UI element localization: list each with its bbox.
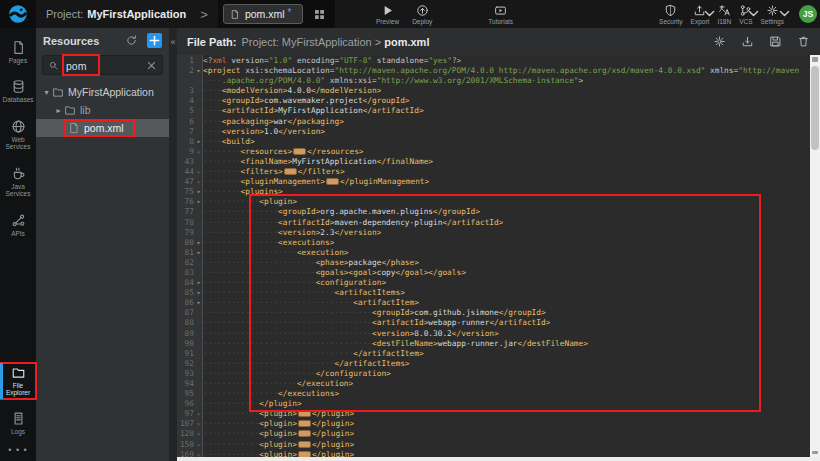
vcs-button[interactable]: VCS <box>739 0 752 28</box>
fold-marker-icon[interactable] <box>194 399 203 409</box>
collapsed-code-icon[interactable] <box>298 420 311 427</box>
fold-marker-icon[interactable]: › <box>194 409 203 419</box>
collapse-panel-button[interactable]: « <box>169 35 177 49</box>
code-line[interactable]: 88····································<a… <box>177 318 810 328</box>
tree-caret-icon[interactable]: ▸ <box>53 106 64 115</box>
add-resource-button[interactable] <box>147 33 162 48</box>
app-logo[interactable] <box>0 0 36 28</box>
sidebar-item-web-services[interactable]: Web Services <box>0 117 36 153</box>
sidebar-item-file-explorer[interactable]: File Explorer <box>0 363 36 399</box>
code-line[interactable]: 47›········<pluginManagement></pluginMan… <box>177 177 810 187</box>
gear-icon[interactable] <box>713 35 726 48</box>
sidebar-item-java-services[interactable]: Java Services <box>0 164 36 200</box>
code-line[interactable]: 75▾········<plugins> <box>177 187 810 197</box>
fold-marker-icon[interactable]: › <box>194 450 203 457</box>
download-icon[interactable] <box>741 35 754 48</box>
search-input[interactable]: pom <box>42 55 163 75</box>
horizontal-scrollbar[interactable] <box>177 457 810 461</box>
tree-item-pom-xml[interactable]: pom.xml <box>36 119 169 137</box>
clear-search-icon[interactable] <box>146 60 157 71</box>
code-line[interactable]: 85▾····························<artifact… <box>177 288 810 298</box>
save-icon[interactable] <box>769 35 782 48</box>
fold-marker-icon[interactable]: › <box>194 177 203 187</box>
collapsed-code-icon[interactable] <box>298 441 311 448</box>
code-line[interactable]: 90····································<d… <box>177 339 810 349</box>
code-line[interactable]: 82························<phase>package… <box>177 258 810 268</box>
fold-marker-icon[interactable] <box>194 76 203 86</box>
code-line[interactable]: 5····<artifactId>MyFirstApplication</art… <box>177 106 810 116</box>
code-line[interactable]: 76▾············<plugin> <box>177 197 810 207</box>
code-line[interactable]: 150›············<plugin></plugin> <box>177 440 810 450</box>
code-editor[interactable]: 1<?xml version="1.0" encoding="UTF-8" st… <box>177 55 820 461</box>
code-line[interactable]: 93························</configuratio… <box>177 369 810 379</box>
code-line[interactable]: 97›············<plugin></plugin> <box>177 409 810 419</box>
code-line[interactable]: 8▾····<build> <box>177 137 810 147</box>
code-line[interactable]: 4····<groupId>com.wavemaker.project</gro… <box>177 96 810 106</box>
fold-marker-icon[interactable] <box>194 86 203 96</box>
fold-marker-icon[interactable]: › <box>194 429 203 439</box>
fold-marker-icon[interactable] <box>194 329 203 339</box>
fold-marker-icon[interactable] <box>194 359 203 369</box>
code-line[interactable]: 96············</plugin> <box>177 399 810 409</box>
code-line[interactable]: ····.apache.org/POM/4.0.0" xmlns:xsi="ht… <box>177 76 810 86</box>
code-line[interactable]: 84▾························<configuratio… <box>177 278 810 288</box>
fold-marker-icon[interactable]: › <box>194 147 203 157</box>
preview-button[interactable]: Preview <box>376 0 399 28</box>
fold-marker-icon[interactable] <box>194 258 203 268</box>
code-line[interactable]: 92····························</artifact… <box>177 359 810 369</box>
fold-marker-icon[interactable]: ▾ <box>194 288 203 298</box>
fold-marker-icon[interactable] <box>194 379 203 389</box>
fold-marker-icon[interactable] <box>194 157 203 167</box>
code-line[interactable]: 87····································<g… <box>177 308 810 318</box>
fold-marker-icon[interactable] <box>194 228 203 238</box>
sidebar-item-databases[interactable]: Databases <box>0 77 36 105</box>
code-line[interactable]: 78················<artifactId>maven-depe… <box>177 218 810 228</box>
code-line[interactable]: 44›········<filters></filters> <box>177 167 810 177</box>
tree-item-myfirstapplication[interactable]: ▾MyFirstApplication <box>36 83 169 101</box>
grid-icon[interactable] <box>313 8 326 21</box>
fold-marker-icon[interactable] <box>194 339 203 349</box>
code-line[interactable]: 43········<finalName>MyFirstApplication<… <box>177 157 810 167</box>
code-area[interactable]: 1<?xml version="1.0" encoding="UTF-8" st… <box>177 56 810 457</box>
fold-marker-icon[interactable] <box>194 308 203 318</box>
code-line[interactable]: 2▾<project xsi:schemaLocation="http://ma… <box>177 66 810 76</box>
fold-marker-icon[interactable]: › <box>194 419 203 429</box>
sidebar-item-logs[interactable]: Logs <box>0 409 36 437</box>
fold-marker-icon[interactable]: ▾ <box>194 248 203 258</box>
sidebar-overflow-menu[interactable]: • • • <box>0 441 36 461</box>
fold-marker-icon[interactable] <box>194 369 203 379</box>
fold-marker-icon[interactable] <box>194 56 203 66</box>
fold-marker-icon[interactable]: ▾ <box>194 137 203 147</box>
fold-marker-icon[interactable] <box>194 106 203 116</box>
tutorials-button[interactable]: Tutorials <box>488 0 513 28</box>
code-line[interactable]: 80▾················<executions> <box>177 238 810 248</box>
code-line[interactable]: 3····<modelVersion>4.0.0</modelVersion> <box>177 86 810 96</box>
tab-pom-xml[interactable]: pom.xml * <box>223 4 303 24</box>
fold-marker-icon[interactable] <box>194 207 203 217</box>
collapsed-code-icon[interactable] <box>293 148 306 155</box>
code-line[interactable]: 94····················</execution> <box>177 379 810 389</box>
security-button[interactable]: Security <box>659 0 682 28</box>
export-button[interactable]: Export <box>691 0 710 28</box>
fold-marker-icon[interactable]: ▾ <box>194 238 203 248</box>
user-avatar[interactable]: JS <box>799 5 817 23</box>
sidebar-item-pages[interactable]: Pages <box>0 38 36 66</box>
fold-marker-icon[interactable] <box>194 318 203 328</box>
refresh-icon[interactable] <box>125 34 138 47</box>
code-line[interactable]: 81▾····················<execution> <box>177 248 810 258</box>
code-line[interactable]: 89····································<v… <box>177 329 810 339</box>
code-line[interactable]: 77················<groupId>org.apache.ma… <box>177 207 810 217</box>
vertical-scrollbar[interactable] <box>810 55 820 457</box>
code-line[interactable]: 1<?xml version="1.0" encoding="UTF-8" st… <box>177 56 810 66</box>
fold-marker-icon[interactable] <box>194 389 203 399</box>
tree-item-lib[interactable]: ▸lib <box>36 101 169 119</box>
fold-marker-icon[interactable] <box>194 349 203 359</box>
settings-button[interactable]: Settings <box>761 0 785 28</box>
code-line[interactable]: 95················</executions> <box>177 389 810 399</box>
code-line[interactable]: 7····<version>1.0</version> <box>177 127 810 137</box>
collapsed-code-icon[interactable] <box>326 178 339 185</box>
fold-marker-icon[interactable]: › <box>194 440 203 450</box>
fold-marker-icon[interactable]: ▾ <box>194 187 203 197</box>
fold-marker-icon[interactable]: ▾ <box>194 197 203 207</box>
code-line[interactable]: 86▾································<arti… <box>177 298 810 308</box>
